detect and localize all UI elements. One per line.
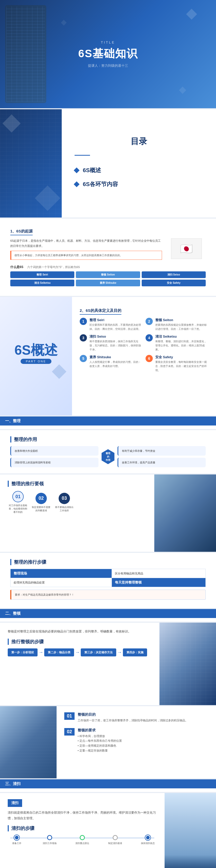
slide-section3-content: 清扫 清扫就是彻底将自己的工作场所全部清扫干净，保持工作场所干净、亮丽的环境。维…	[0, 793, 216, 868]
slide-section1-function: 整理的作用 改善和增大作业面积 消除管理上的混放和混料等差错 整理的作用 有利于…	[0, 430, 216, 473]
tl-dot-2	[80, 835, 85, 840]
slide-section1-flow: 整理的推行步骤 整理现场 区分有用物品和无用品 处理掉无用品的物品处置 每天坚持…	[0, 553, 216, 608]
tl-item-3: 制定清扫基准	[106, 835, 124, 845]
s6-badge-0: 整理 Seiri	[10, 271, 74, 278]
def-num-6: 6	[146, 355, 153, 362]
tl-dot-4	[145, 835, 150, 840]
origin-left: 6S起源于日本，是指在生产现场中，将人员、机器、材料、方法、信息等生产要素进行有…	[10, 238, 162, 262]
tl-label-4: 保持清扫状态	[139, 842, 157, 845]
section3-label-row: 清扫	[8, 799, 157, 807]
toc-diamond-1	[74, 167, 80, 173]
toc-label-1: 6S概述	[83, 166, 101, 174]
tl-item-1: 清扫工作现场	[41, 835, 59, 845]
section1-function-title: 整理的作用	[10, 436, 206, 442]
push-left: 整理的推行要领 01 对工作场所全面检查，包括看得到和看不到的 02 制定需要和…	[0, 474, 154, 552]
page-wrapper: TITLE 6S基础知识 提课人：努力到级的基十三 目录 6S概述	[0, 0, 216, 868]
deco-sq-1	[52, 364, 67, 379]
deco-diamond-3	[61, 20, 67, 26]
definitions-content: 2、6S的具体定义及目的 1 整理 Seiri 区分要用和不要用的东西，不要用的…	[72, 297, 216, 415]
timeline-dots: 准备工作 清扫工作现场 清扫重点部位 制定清扫基准	[8, 835, 157, 845]
step1-content: 整顿的目的 工作场所一目了然，使工作场所整整齐齐，消除找寻物品的时间，消除过多的…	[78, 712, 188, 723]
flow-title: 整理的推行步骤	[10, 559, 206, 565]
section3-left: 清扫 清扫就是彻底将自己的工作场所全部清扫干净，保持工作场所干净、亮丽的环境。维…	[0, 793, 165, 868]
flow-step-3: 第三步：决定储存方法	[81, 648, 116, 656]
def-num-3: 3	[80, 334, 87, 341]
def-content-6: 安全 Safety 重视全员安全教育，每时每刻都有安全第一观念，防患于未然。目的…	[155, 355, 208, 372]
building-decoration	[5, 5, 46, 103]
origin-highlight: 倡导从小事做起，力求使每位员工都养成事事讲究的习惯，从而达到提高整体工作质量的目…	[10, 251, 162, 260]
toc-item-1: 6S概述	[75, 166, 203, 174]
slide-section1-header: 一、整理	[0, 416, 216, 429]
tl-item-4: 保持清扫状态	[139, 835, 157, 845]
slide-overview-section: 1、6S的起源 6S起源于日本，是指在生产现场中，将人员、机器、材料、方法、信息…	[0, 219, 216, 296]
def-content-4: 清洁 Seiketsu 将整理、整顿、清扫进行到底，并且制度化，管理公开化、透明…	[155, 334, 208, 352]
section2-text: 整顿是对整理之后留在现场的必要的物品分门别类放置，排列整齐。明确数量，有效标识。	[8, 629, 152, 634]
section3-label: 清扫	[8, 799, 22, 807]
japan-flag: 🇯🇵	[171, 238, 202, 259]
push-text-3: 将不要物品清除出工作场所	[54, 506, 75, 513]
section2-left: 整顿是对整理之后留在现场的必要的物品分门别类放置，排列整齐。明确数量，有效标识。…	[0, 623, 159, 705]
slide-overview-big: 6S概述 PART ONE 2、6S的具体定义及目的 1 整理 Seiri 区分…	[0, 297, 216, 415]
s6-badge-2: 清扫 Seiso	[142, 271, 206, 278]
step2-content: 整顿的要求 • 科学布局，合理摆放 • 定点—每件东西有自己专用的位置 • 定容…	[78, 728, 122, 753]
hex-1: 整理的作用	[102, 449, 114, 464]
push-step-2: 02 制定需要和不需要的判断基准	[31, 493, 51, 513]
origin-content: 6S起源于日本，是指在生产现场中，将人员、机器、材料、方法、信息等生产要素进行有…	[10, 238, 206, 262]
slide-section3-header: 三、清扫	[0, 779, 216, 792]
function-left: 改善和增大作业面积 消除管理上的混放和混料等差错	[10, 446, 99, 467]
tl-dot-3	[113, 835, 118, 840]
section2-step-1: 01 整顿的目的 工作场所一目了然，使工作场所整整齐齐，消除找寻物品的时间，消除…	[64, 712, 208, 723]
def-item-4: 4 清洁 Seiketsu 将整理、整顿、清扫进行到底，并且制度化，管理公开化、…	[146, 334, 208, 352]
sweep-steps-title: 清扫的步骤	[8, 825, 157, 831]
section2-step-2: 02 整顿的要求 • 科学布局，合理摆放 • 定点—每件东西有自己专用的位置 •…	[64, 728, 208, 753]
s6-badge-3: 清洁 Seiketsu	[10, 280, 74, 286]
s6-badge-1: 整顿 Seiton	[76, 271, 140, 278]
flow-step-2: 第二步：物品分类	[44, 648, 74, 656]
section2-img	[159, 623, 216, 705]
tl-dot-1	[47, 835, 52, 840]
slide-section2-content: 整顿是对整理之后留在现场的必要的物品分门别类放置，排列整齐。明确数量，有效标识。…	[0, 623, 216, 705]
step2-title: 整顿的要求	[78, 728, 122, 733]
flow-step-4: 第四步：实施	[123, 648, 147, 656]
push-steps-title: 整理的推行要领	[8, 480, 147, 487]
push-text-2: 制定需要和不需要的判断基准	[31, 506, 51, 513]
section2-steps-content: 01 整顿的目的 工作场所一目了然，使工作场所整整齐齐，消除找寻物品的时间，消除…	[57, 706, 216, 778]
push-step-1: 01 对工作场所全面检查，包括看得到和看不到的	[8, 491, 28, 514]
toc-left-deco	[0, 109, 62, 218]
push-num-3: 03	[59, 493, 70, 504]
def-num-1: 1	[80, 318, 87, 325]
tl-label-2: 清扫重点部位	[73, 842, 91, 845]
toc-title: 目录	[131, 136, 147, 147]
toc-underline	[75, 155, 90, 156]
section2-img2	[0, 706, 57, 778]
flow-step-3: 每天坚持整理整顿	[112, 578, 206, 587]
cover-main-title: 6S基础知识	[78, 46, 138, 61]
push-num-1: 01	[12, 491, 24, 502]
origin-right: 🇯🇵	[167, 238, 206, 262]
tl-item-0: 准备工作	[8, 835, 26, 845]
tl-item-2: 清扫重点部位	[73, 835, 91, 845]
part1-label: PART ONE	[21, 359, 51, 364]
def-item-6: 6 安全 Safety 重视全员安全教育，每时每刻都有安全第一观念，防患于未然。…	[146, 355, 208, 372]
cover-title-label: TITLE	[78, 40, 138, 44]
def-grid: 1 整理 Seiri 区分要用和不要用的东西，不要用的坚决处理掉。目的：腾出空间…	[80, 318, 208, 372]
section3-img	[165, 793, 216, 868]
overview-big-left: 6S概述 PART ONE	[0, 297, 72, 415]
slide-section1-push: 整理的推行要领 01 对工作场所全面检查，包括看得到和看不到的 02 制定需要和…	[0, 474, 216, 552]
flow-step-2: 处理掉无用品的物品处置	[10, 578, 112, 587]
def-item-1: 1 整理 Seiri 区分要用和不要用的东西，不要用的坚决处理掉。目的：腾出空间…	[80, 318, 142, 331]
function-layout: 改善和增大作业面积 消除管理上的混放和混料等差错 整理的作用 有利于减少库存量，…	[10, 446, 206, 467]
what-title: 什么是6S 六个词的第一个字母均为"S"，所以称为6S	[10, 265, 206, 269]
push-step-3: 03 将不要物品清除出工作场所	[54, 493, 75, 513]
s6-badge-grid: 整理 Seiri 整顿 Seiton 清扫 Seiso 清洁 Seiketsu …	[10, 271, 206, 286]
section3-content-text: 清扫就是彻底将自己的工作场所全部清扫干净，保持工作场所干净、亮丽的环境。维护清洁…	[8, 810, 157, 821]
section3-timeline-area: 清扫的步骤 准备工作 清扫工作现场	[8, 825, 157, 845]
slide-6s-origin: 1、6S的起源 6S起源于日本，是指在生产现场中，将人员、机器、材料、方法、信息…	[0, 219, 216, 296]
tl-label-1: 清扫工作现场	[41, 842, 59, 845]
flow-step-0: 整理现场	[10, 569, 112, 578]
toc-label-2: 6S各环节内容	[83, 180, 118, 188]
step1-row: 01 整顿的目的 工作场所一目了然，使工作场所整整齐齐，消除找寻物品的时间，消除…	[64, 712, 208, 723]
def-num-2: 2	[146, 318, 153, 325]
def-num-5: 5	[80, 355, 87, 362]
slide-cover: TITLE 6S基础知识 提课人：努力到级的基十三	[0, 0, 216, 108]
